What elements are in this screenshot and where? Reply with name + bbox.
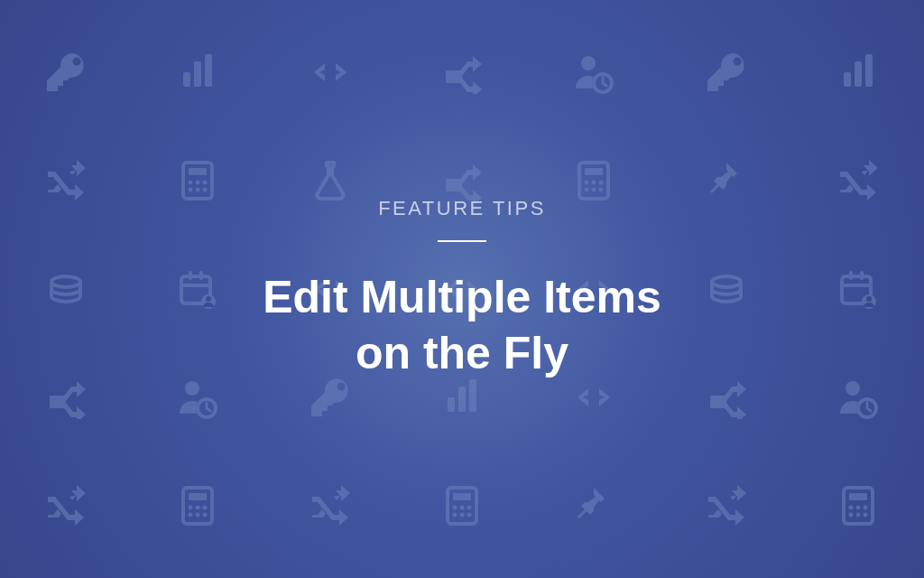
headline-line-2: on the Fly — [356, 328, 568, 378]
headline: Edit Multiple Items on the Fly — [263, 269, 661, 382]
divider — [438, 240, 486, 242]
headline-line-1: Edit Multiple Items — [263, 272, 661, 322]
eyebrow-label: FEATURE TIPS — [378, 197, 546, 220]
hero: FEATURE TIPS Edit Multiple Items on the … — [0, 0, 924, 578]
